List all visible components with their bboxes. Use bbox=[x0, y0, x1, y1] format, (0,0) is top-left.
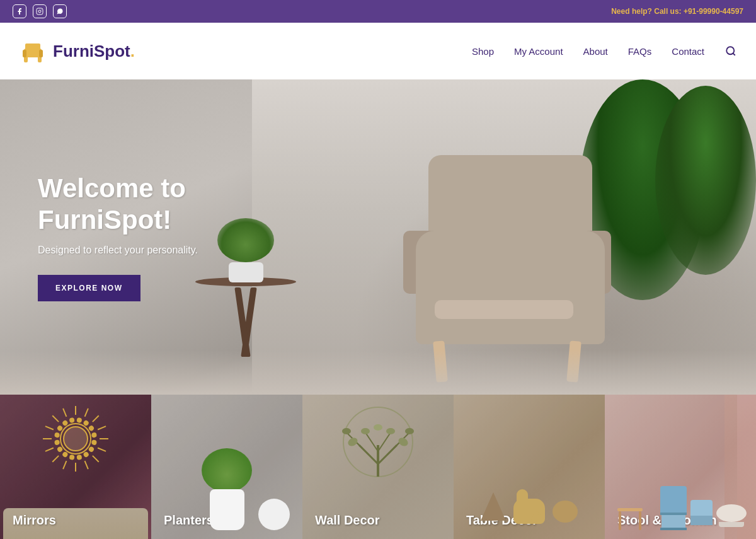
svg-line-18 bbox=[85, 461, 88, 469]
nav-contact[interactable]: Contact bbox=[672, 46, 704, 57]
svg-point-44 bbox=[64, 427, 88, 451]
hero-section: Welcome to FurniSpot! Designed to reflec… bbox=[0, 79, 756, 395]
svg-rect-8 bbox=[39, 50, 43, 57]
svg-point-40 bbox=[57, 426, 62, 431]
header: FurniSpot. Shop My Account About FAQs Co… bbox=[0, 23, 756, 79]
svg-line-53 bbox=[365, 432, 378, 451]
hero-title: Welcome to FurniSpot! bbox=[38, 173, 227, 236]
svg-point-37 bbox=[57, 447, 62, 452]
nav-about[interactable]: About bbox=[583, 46, 608, 57]
svg-point-61 bbox=[374, 424, 382, 431]
walldecor-label: Wall Decor bbox=[315, 513, 380, 528]
svg-point-1 bbox=[38, 10, 41, 13]
svg-line-20 bbox=[63, 461, 66, 469]
svg-line-14 bbox=[98, 426, 106, 429]
search-icon[interactable] bbox=[724, 45, 737, 57]
svg-line-12 bbox=[85, 409, 88, 417]
stool-decoration bbox=[660, 486, 747, 530]
svg-point-35 bbox=[70, 455, 74, 460]
svg-point-34 bbox=[77, 455, 81, 460]
round-planter bbox=[258, 499, 290, 530]
svg-point-32 bbox=[89, 447, 94, 452]
facebook-icon[interactable] bbox=[13, 4, 26, 18]
planter-decoration bbox=[202, 448, 252, 530]
small-table bbox=[617, 508, 643, 530]
svg-point-31 bbox=[92, 440, 96, 444]
logo[interactable]: FurniSpot. bbox=[19, 37, 135, 65]
hero-floor bbox=[0, 351, 756, 395]
category-mirrors[interactable]: Mirrors bbox=[0, 395, 151, 539]
hero-content: Welcome to FurniSpot! Designed to reflec… bbox=[0, 173, 265, 302]
svg-line-24 bbox=[45, 426, 54, 429]
chair-seat bbox=[416, 231, 605, 344]
chair-cushion bbox=[435, 300, 573, 319]
help-text: Need help? Call us: +91-99990-44597 bbox=[611, 7, 743, 16]
tall-plant-2 bbox=[655, 86, 756, 275]
svg-point-55 bbox=[346, 436, 359, 448]
svg-point-38 bbox=[55, 440, 59, 444]
svg-point-60 bbox=[386, 428, 395, 434]
tabledecor-decoration bbox=[481, 492, 578, 524]
svg-line-16 bbox=[98, 448, 106, 451]
category-tabledecor[interactable]: Table Decor bbox=[454, 395, 605, 539]
svg-line-54 bbox=[378, 432, 391, 451]
svg-line-17 bbox=[93, 456, 99, 462]
svg-rect-3 bbox=[24, 49, 42, 57]
svg-point-58 bbox=[405, 428, 414, 434]
category-walldecor[interactable]: Wall Decor bbox=[302, 395, 454, 539]
nav-faqs[interactable]: FAQs bbox=[628, 46, 652, 57]
svg-line-26 bbox=[63, 409, 66, 417]
svg-point-36 bbox=[62, 452, 67, 457]
svg-point-39 bbox=[55, 433, 59, 438]
whatsapp-icon[interactable] bbox=[53, 4, 67, 18]
logo-icon bbox=[19, 37, 47, 65]
svg-point-56 bbox=[397, 436, 410, 448]
svg-line-21 bbox=[52, 456, 59, 462]
walldecor-decoration bbox=[337, 401, 419, 498]
category-stool[interactable]: Stool & Ottoman bbox=[605, 395, 756, 539]
svg-point-27 bbox=[77, 418, 81, 422]
social-icons bbox=[13, 4, 67, 18]
svg-point-9 bbox=[726, 47, 734, 54]
svg-rect-7 bbox=[23, 50, 26, 57]
mirror-decoration bbox=[41, 404, 110, 473]
svg-point-42 bbox=[70, 418, 74, 422]
svg-point-57 bbox=[342, 428, 351, 434]
svg-line-10 bbox=[733, 53, 735, 55]
svg-rect-4 bbox=[25, 43, 40, 50]
svg-point-59 bbox=[361, 428, 370, 434]
category-planters[interactable]: Planters bbox=[151, 395, 302, 539]
svg-point-33 bbox=[84, 452, 89, 457]
svg-point-2 bbox=[41, 9, 42, 10]
category-grid: Mirrors Planters bbox=[0, 395, 756, 539]
svg-point-41 bbox=[62, 420, 67, 426]
explore-now-button[interactable]: EXPLORE NOW bbox=[38, 275, 140, 301]
mirrors-label: Mirrors bbox=[13, 513, 56, 528]
instagram-icon[interactable] bbox=[33, 4, 47, 18]
hero-subtitle: Designed to reflect your personality. bbox=[38, 245, 227, 256]
svg-point-29 bbox=[89, 426, 94, 431]
svg-point-30 bbox=[92, 433, 96, 438]
main-nav: Shop My Account About FAQs Contact bbox=[472, 45, 737, 57]
svg-rect-0 bbox=[37, 8, 43, 14]
svg-line-13 bbox=[93, 415, 99, 422]
svg-line-25 bbox=[52, 415, 59, 422]
nav-myaccount[interactable]: My Account bbox=[514, 46, 563, 57]
top-bar: Need help? Call us: +91-99990-44597 bbox=[0, 0, 756, 23]
logo-text: FurniSpot. bbox=[53, 42, 135, 61]
svg-point-28 bbox=[84, 420, 89, 426]
svg-line-22 bbox=[45, 448, 54, 451]
nav-shop[interactable]: Shop bbox=[472, 46, 494, 57]
